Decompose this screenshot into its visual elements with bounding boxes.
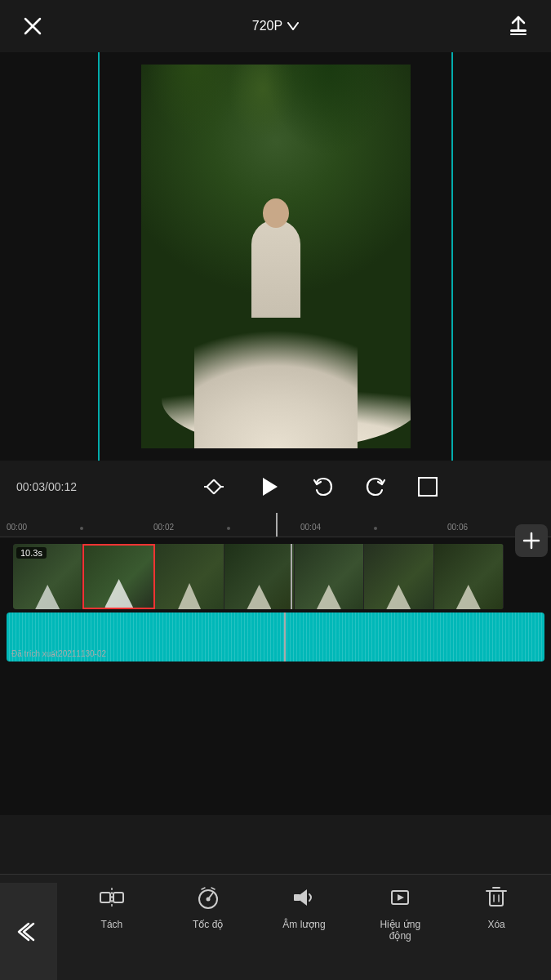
thumbnail-5 bbox=[364, 544, 433, 609]
bride-figure bbox=[211, 187, 341, 448]
head bbox=[263, 198, 289, 228]
playback-controls bbox=[106, 470, 535, 504]
time-display: 00:03/00:12 bbox=[16, 480, 106, 493]
empty-track-area bbox=[0, 668, 551, 815]
add-clip-button[interactable] bbox=[515, 524, 548, 557]
redo-button[interactable] bbox=[361, 472, 390, 501]
thumbnail-6 bbox=[434, 544, 504, 609]
undo-button[interactable] bbox=[309, 472, 338, 501]
video-frame bbox=[141, 65, 411, 448]
audio-label: Đã trích xuất20211130-02 bbox=[11, 649, 106, 658]
tool-hieuung[interactable]: Hiệu ứng động bbox=[375, 883, 424, 942]
chevron-down-icon bbox=[287, 22, 299, 30]
ruler-dot-3 bbox=[374, 527, 377, 530]
export-icon bbox=[507, 15, 530, 38]
tool-tocdo[interactable]: Tốc độ bbox=[184, 883, 233, 942]
tool-xoa[interactable]: Xóa bbox=[472, 883, 521, 942]
video-track[interactable]: 10.3s bbox=[13, 544, 504, 609]
amluong-label: Âm lượng bbox=[282, 919, 325, 930]
svg-point-15 bbox=[206, 898, 210, 902]
header: 720P bbox=[0, 0, 551, 52]
thumbnails-strip bbox=[13, 544, 504, 609]
svg-rect-4 bbox=[207, 480, 220, 494]
cursor-line-right bbox=[451, 52, 453, 461]
ruler-mark-2: 00:04 bbox=[300, 523, 321, 532]
resolution-label: 720P bbox=[252, 19, 282, 33]
thumbnail-4 bbox=[295, 544, 364, 609]
xoa-icon bbox=[482, 883, 511, 912]
speed-icon bbox=[195, 884, 221, 911]
play-icon bbox=[253, 471, 284, 502]
tocdo-icon bbox=[193, 883, 223, 912]
close-button[interactable] bbox=[16, 10, 49, 42]
hieuung-icon bbox=[385, 883, 415, 912]
back-chevron-icon bbox=[17, 920, 40, 943]
xoa-label: Xóa bbox=[487, 919, 504, 930]
controls-bar: 00:03/00:12 bbox=[0, 461, 551, 513]
ruler-mark-3: 00:06 bbox=[447, 523, 468, 532]
video-preview bbox=[0, 52, 551, 461]
svg-marker-7 bbox=[263, 478, 278, 496]
thumbnail-2 bbox=[155, 544, 224, 609]
redo-icon bbox=[364, 475, 387, 498]
svg-rect-20 bbox=[490, 891, 503, 906]
play-button[interactable] bbox=[251, 470, 286, 504]
tocdo-label: Tốc độ bbox=[193, 919, 223, 930]
svg-rect-12 bbox=[113, 893, 123, 902]
resolution-selector[interactable]: 720P bbox=[252, 19, 299, 33]
delete-icon bbox=[483, 884, 509, 911]
audio-track[interactable]: Đã trích xuất20211130-02 bbox=[7, 612, 544, 662]
keyframe-icon bbox=[202, 475, 225, 498]
waveform-detail-right bbox=[284, 612, 544, 662]
timeline-ruler[interactable]: 00:00 00:02 00:04 00:06 bbox=[0, 513, 551, 537]
ruler-inner: 00:00 00:02 00:04 00:06 bbox=[0, 513, 551, 537]
fullscreen-button[interactable] bbox=[413, 472, 442, 501]
hieuung-label: Hiệu ứng động bbox=[380, 919, 420, 942]
track-area: 10.3s bbox=[0, 537, 551, 668]
ruler-mark-1: 00:02 bbox=[153, 523, 174, 532]
keyframe-button[interactable] bbox=[199, 472, 229, 501]
export-button[interactable] bbox=[502, 10, 535, 42]
plus-icon bbox=[522, 532, 540, 550]
svg-marker-19 bbox=[398, 894, 404, 901]
ruler-dot-2 bbox=[227, 527, 230, 530]
svg-rect-16 bbox=[294, 894, 300, 901]
tach-label: Tách bbox=[101, 919, 123, 930]
track-duration-badge: 10.3s bbox=[16, 547, 47, 559]
cursor-line-left bbox=[98, 52, 100, 461]
back-button[interactable] bbox=[0, 883, 57, 980]
thumbnail-3 bbox=[224, 544, 294, 609]
volume-icon bbox=[291, 884, 317, 911]
undo-icon bbox=[312, 475, 335, 498]
ruler-dot-1 bbox=[80, 527, 83, 530]
amluong-icon bbox=[289, 883, 318, 912]
tool-tach[interactable]: Tách bbox=[87, 883, 136, 942]
split-icon bbox=[99, 884, 125, 911]
video-track-container: 10.3s bbox=[7, 544, 510, 609]
ruler-mark-0: 00:00 bbox=[7, 523, 27, 532]
close-icon bbox=[24, 17, 42, 35]
playhead-video-track bbox=[291, 544, 292, 609]
tool-amluong[interactable]: Âm lượng bbox=[279, 883, 328, 942]
playhead-ruler bbox=[276, 513, 278, 537]
svg-rect-3 bbox=[510, 33, 527, 35]
waveform-right bbox=[284, 612, 544, 662]
dress-bottom bbox=[194, 301, 358, 448]
svg-rect-8 bbox=[419, 478, 437, 496]
playhead-audio-track bbox=[284, 612, 286, 662]
fullscreen-icon bbox=[416, 475, 439, 498]
animation-icon bbox=[387, 884, 413, 911]
tach-icon bbox=[97, 883, 127, 912]
thumbnail-1-selected bbox=[82, 544, 154, 609]
body-upper bbox=[251, 220, 300, 318]
svg-rect-11 bbox=[100, 893, 110, 902]
toolbar-items: Tách Tốc độ bbox=[57, 883, 551, 942]
bottom-toolbar: Tách Tốc độ bbox=[0, 874, 551, 980]
